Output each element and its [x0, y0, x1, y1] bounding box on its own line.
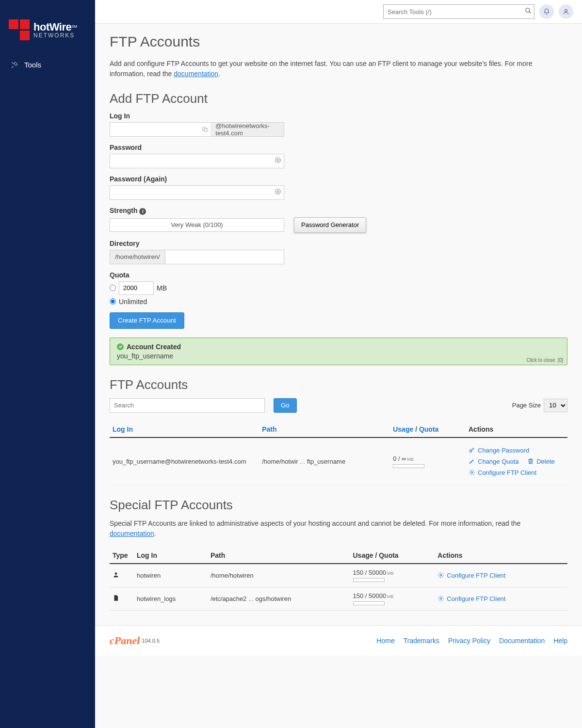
ftp-accounts-table: Log In Path Usage / Quota Actions you_ft… [110, 421, 567, 485]
footer-link-trademarks[interactable]: Trademarks [404, 637, 439, 645]
list-search-input[interactable] [110, 398, 265, 413]
cpanel-logo: cPanel [110, 634, 140, 647]
special-accounts-table: Type Log In Path Usage / Quota Actions h… [110, 548, 567, 611]
search-button[interactable] [525, 7, 532, 16]
password-again-label: Password (Again) [110, 175, 567, 183]
notifications-button[interactable] [539, 4, 554, 19]
directory-input[interactable] [165, 250, 285, 264]
table-row: hotwiren_logs /etc/apache2 ... ogs/hotwi… [110, 587, 567, 610]
col-usage[interactable]: Usage [393, 425, 413, 433]
password-input[interactable] [110, 154, 284, 168]
footer: cPanel 104.0.5 Home Trademarks Privacy P… [95, 625, 582, 656]
svg-point-9 [471, 471, 473, 473]
topbar [95, 0, 582, 24]
login-domain: @hotwirenetworks-test4.com [210, 122, 284, 137]
brand-logo: hotWireSM NETWORKS [0, 10, 95, 55]
cell-usage: 0 / ∞MB [390, 437, 466, 485]
key-icon [469, 447, 475, 453]
svg-point-6 [275, 189, 281, 194]
configure-client-link[interactable]: Configure FTP Client [437, 595, 505, 602]
page-size-label: Page Size [512, 402, 541, 409]
col-quota[interactable]: Quota [419, 425, 438, 433]
configure-client-link[interactable]: Configure FTP Client [437, 572, 505, 579]
svg-rect-3 [204, 129, 208, 131]
configure-client-link[interactable]: Configure FTP Client [469, 469, 536, 476]
brand-sm: SM [71, 24, 77, 29]
cell-login: you_ftp_username@hotwirenetworks-test4.c… [110, 437, 259, 485]
col-actions: Actions [435, 548, 567, 564]
sidebar-item-tools[interactable]: Tools [0, 55, 95, 75]
logo-mark [9, 19, 30, 40]
usage-bar [353, 601, 385, 605]
gear-icon [469, 469, 475, 476]
password-label: Password [110, 144, 567, 151]
special-doc-link[interactable]: documentation [110, 530, 154, 537]
page-title: FTP Accounts [110, 33, 567, 50]
quota-unlimited-label: Unlimited [119, 298, 147, 306]
svg-point-5 [277, 159, 279, 161]
password-generator-button[interactable]: Password Generator [294, 217, 366, 233]
user-icon [563, 8, 569, 15]
change-password-link[interactable]: Change Password [469, 447, 529, 454]
usage-bar [393, 464, 424, 468]
page-intro: Add and configure FTP Accounts to get yo… [110, 59, 567, 79]
svg-point-10 [115, 572, 117, 575]
strength-meter: Very Weak (0/100) [110, 218, 284, 232]
login-input[interactable] [110, 122, 199, 137]
reveal-password-icon[interactable] [275, 157, 281, 165]
delete-link[interactable]: Delete [527, 458, 555, 465]
trash-icon [527, 458, 534, 465]
success-alert[interactable]: Account Created you_ftp_username Click t… [110, 338, 567, 365]
svg-point-0 [526, 8, 530, 12]
info-icon[interactable]: i [139, 208, 146, 215]
cell-path: /home/hotwir ... ftp_username [259, 437, 390, 485]
quota-limited-radio[interactable] [110, 285, 116, 291]
footer-link-help[interactable]: Help [553, 637, 567, 645]
svg-point-1 [565, 9, 567, 12]
footer-link-home[interactable]: Home [376, 637, 394, 645]
table-row: hotwiren /home/hotwiren 150 / 50000MB Co… [110, 564, 567, 587]
quota-value-input[interactable] [119, 281, 154, 295]
col-usage: Usage / Quota [350, 548, 435, 564]
sidebar: hotWireSM NETWORKS Tools [0, 0, 95, 728]
usage-bar [353, 578, 385, 582]
col-path[interactable]: Path [262, 425, 276, 433]
special-heading: Special FTP Accounts [110, 498, 567, 513]
change-quota-link[interactable]: Change Quota [469, 458, 519, 465]
footer-link-privacy[interactable]: Privacy Policy [448, 637, 490, 645]
col-path: Path [208, 548, 350, 564]
strength-label: Strength i [110, 207, 567, 215]
search-input[interactable] [383, 4, 534, 19]
brand-name: hotWire [33, 21, 71, 33]
file-icon [113, 595, 119, 601]
directory-label: Directory [110, 240, 567, 247]
col-actions: Actions [466, 421, 567, 437]
documentation-link[interactable]: documentation [174, 70, 218, 78]
search-icon [525, 7, 532, 14]
alert-message: you_ftp_username [117, 352, 560, 360]
quota-label: Quota [110, 271, 567, 279]
footer-link-documentation[interactable]: Documentation [499, 637, 545, 645]
quota-unlimited-radio[interactable] [110, 298, 116, 305]
sidebar-item-label: Tools [24, 61, 41, 69]
svg-point-4 [275, 158, 281, 163]
list-heading: FTP Accounts [110, 377, 567, 392]
add-heading: Add FTP Account [110, 91, 567, 106]
svg-point-8 [469, 450, 472, 452]
col-type: Type [110, 548, 134, 564]
reveal-password-again-icon[interactable] [275, 188, 281, 196]
user-icon [113, 571, 119, 578]
page-size-select[interactable]: 10 [544, 399, 567, 412]
password-again-input[interactable] [110, 185, 284, 200]
bell-icon [543, 8, 550, 15]
account-button[interactable] [559, 4, 573, 19]
cpanel-version: 104.0.5 [142, 638, 160, 644]
col-login[interactable]: Log In [113, 425, 133, 433]
create-ftp-button[interactable]: Create FTP Account [110, 312, 184, 329]
svg-point-12 [440, 598, 442, 599]
svg-point-11 [440, 574, 442, 576]
go-button[interactable]: Go [274, 398, 297, 413]
alert-title-text: Account Created [127, 343, 181, 351]
pencil-icon [469, 458, 475, 465]
domain-icon [199, 122, 210, 137]
